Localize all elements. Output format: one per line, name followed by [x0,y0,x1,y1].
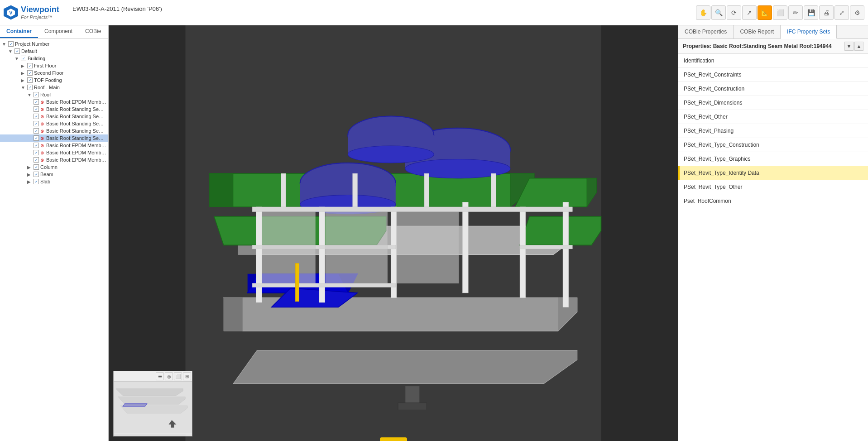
toolbar-btn-measure[interactable]: 📐 [758,5,772,20]
tree-checkbox[interactable] [34,106,39,112]
prop-item-pset-roof-common[interactable]: Pset_RoofCommon [678,194,868,208]
toolbar-btn-save[interactable]: 💾 [804,5,818,20]
mini-btn-grid[interactable]: ⊞ [183,372,191,380]
tree-checkbox[interactable] [34,172,39,177]
tree-node-roof-standing-5[interactable]: ⊗ Basic Roof:Standing Seam Met... [0,134,108,142]
tree-node-second-floor[interactable]: ▶Second Floor [0,69,108,77]
tree-checkbox[interactable] [27,70,33,76]
tree-node-column[interactable]: ▶Column [0,163,108,171]
prop-item-pset-revit-dimensions[interactable]: PSet_Revit_Dimensions [678,96,868,110]
tree-checkbox[interactable] [34,143,39,148]
tab-cobie[interactable]: COBie [79,25,107,38]
toolbar-btn-print[interactable]: 🖨 [819,5,834,20]
tree-node-roof-standing-2[interactable]: ⊗ Basic Roof:Standing Seam Met... [0,113,108,120]
tree-checkbox[interactable] [21,56,26,61]
toolbar-btn-select[interactable]: ↗ [742,5,757,20]
tree-checkbox[interactable] [34,114,39,119]
tree-checkbox[interactable] [34,128,39,134]
tree-node-roof-standing-4[interactable]: ⊗ Basic Roof:Standing Seam Met... [0,127,108,134]
prop-item-identification[interactable]: Identification [678,54,868,68]
tree-checkbox[interactable] [34,99,39,105]
tree-arrow[interactable]: ▼ [8,49,14,54]
mini-btn-locate[interactable]: ◎ [165,372,173,380]
tree-node-roof-standing-3[interactable]: ⊗ Basic Roof:Standing Seam Met... [0,120,108,127]
tree-arrow[interactable]: ▶ [21,78,27,83]
toolbar-btn-expand[interactable]: ⤢ [834,5,849,20]
svg-rect-38 [491,173,496,207]
tree-node-building[interactable]: ▼Building [0,55,108,62]
tree-checkbox[interactable] [34,150,39,155]
prop-item-pset-revit-type-graphics[interactable]: PSet_Revit_Type_Graphics [678,152,868,166]
tree-arrow[interactable]: ▶ [27,172,34,177]
tree-arrow[interactable]: ▼ [27,92,34,97]
properties-collapse-btn[interactable]: ▼ [844,42,854,51]
tree-node-roof-epdm-4[interactable]: ⊗ Basic Roof:EPDM Membrane o... [0,156,108,163]
tree-node-tof-footing[interactable]: ▶TOF Footing [0,77,108,84]
tree-label: Slab [40,179,50,184]
prop-item-pset-revit-construction[interactable]: PSet_Revit_Construction [678,82,868,96]
svg-marker-3 [233,350,577,384]
tree-label: ⊗ Basic Roof:EPDM Membrane o... [40,143,106,148]
tree-node-roof-main[interactable]: ▼Roof - Main [0,84,108,91]
tree-arrow[interactable]: ▶ [21,63,27,68]
tree-arrow[interactable]: ▼ [2,42,8,47]
toolbar-btn-settings[interactable]: ⚙ [850,5,864,20]
prop-item-pset-revit-constraints[interactable]: PSet_Revit_Constraints [678,68,868,82]
toolbar-btn-section[interactable]: ⬜ [773,5,787,20]
mini-btn-list[interactable]: ☰ [156,372,164,380]
prop-item-pset-revit-type-construction[interactable]: PSet_Revit_Type_Construction [678,138,868,152]
svg-rect-37 [424,173,429,207]
tree-checkbox[interactable] [8,41,14,47]
tree-arrow[interactable]: ▼ [14,56,21,61]
tree-node-default[interactable]: ▼Default [0,48,108,55]
right-tab-cobie-properties[interactable]: COBie Properties [678,25,734,38]
tree-node-roof-epdm-3[interactable]: ⊗ Basic Roof:EPDM Membrane o... [0,149,108,156]
tree-node-first-floor[interactable]: ▶First Floor [0,62,108,69]
tree-checkbox[interactable] [34,121,39,126]
tree-arrow[interactable]: ▼ [21,85,27,90]
prop-item-pset-revit-other[interactable]: PSet_Revit_Other [678,110,868,124]
prop-item-pset-revit-type-other[interactable]: PSet_Revit_Type_Other [678,180,868,194]
error-icon: ⊗ [40,121,45,126]
mini-btn-frame[interactable]: ⬜ [174,372,182,380]
svg-rect-36 [353,173,358,207]
right-tab-cobie-report[interactable]: COBie Report [734,25,781,38]
tree-checkbox[interactable] [34,179,39,184]
tree-node-roof-standing-1[interactable]: ⊗ Basic Roof:Standing Seam Met... [0,105,108,113]
tree-container[interactable]: ▼Project Number▼Default▼Building▶First F… [0,38,108,441]
toolbar-btn-pan[interactable]: ✋ [696,5,710,20]
tree-checkbox[interactable] [34,164,39,170]
prop-item-pset-revit-phasing[interactable]: PSet_Revit_Phasing [678,124,868,138]
right-tab-ifc-property-sets[interactable]: IFC Property Sets [781,25,837,39]
tree-arrow[interactable]: ▶ [27,165,34,170]
tab-container[interactable]: Container [0,25,38,38]
tree-checkbox[interactable] [27,85,33,90]
tree-label: Second Floor [34,70,63,76]
properties-expand-btn[interactable]: ▲ [854,42,863,51]
tree-checkbox[interactable] [34,135,39,141]
tree-checkbox[interactable] [34,92,39,97]
tree-node-roof-epdm-2[interactable]: ⊗ Basic Roof:EPDM Membrane o... [0,142,108,149]
toolbar-btn-zoom[interactable]: 🔍 [711,5,726,20]
tree-checkbox[interactable] [27,63,33,68]
tab-component[interactable]: Component [38,25,79,38]
prop-item-pset-revit-type-identity[interactable]: PSet_Revit_Type_Identity Data [678,166,868,180]
tree-node-roof[interactable]: ▼Roof [0,91,108,98]
tree-checkbox[interactable] [14,48,20,54]
tree-arrow[interactable]: ▶ [27,179,34,184]
tree-arrow[interactable]: ▶ [21,71,27,76]
viewer[interactable]: ☰ ◎ ⬜ ⊞ [109,25,678,441]
tree-node-beam[interactable]: ▶Beam [0,171,108,178]
tree-node-slab[interactable]: ▶Slab [0,178,108,185]
svg-rect-35 [281,173,286,207]
toolbar-btn-rotate[interactable]: ⟳ [727,5,741,20]
tree-label: Column [40,164,58,170]
app-subtext: For Projects™ [21,14,59,20]
tree-checkbox[interactable] [27,77,33,83]
tree-checkbox[interactable] [34,157,39,163]
header: V Viewpoint For Projects™ EW03-M3-A-2011… [0,0,868,25]
toolbar-btn-markup[interactable]: ✏ [788,5,803,20]
tree-node-project[interactable]: ▼Project Number [0,40,108,48]
tree-node-roof-epdm-1[interactable]: ⊗ Basic Roof:EPDM Membrane o... [0,98,108,105]
tree-label: Roof - Main [34,85,60,90]
